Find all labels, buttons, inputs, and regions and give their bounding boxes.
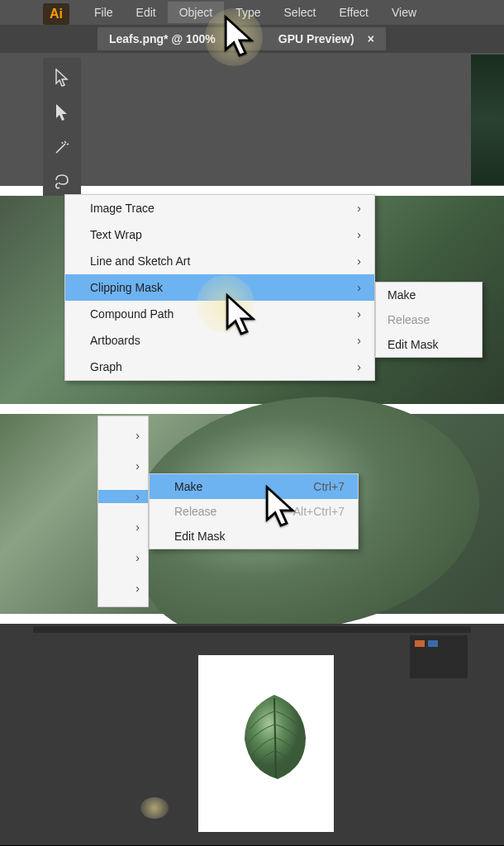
panel-2-object-menu: Image Trace› Text Wrap› Line and Sketch … bbox=[0, 196, 504, 404]
menu-type[interactable]: Type bbox=[224, 2, 272, 23]
tools-panel bbox=[43, 58, 81, 202]
panel-1-menubar: Ai File Edit Object Type Select Effect V… bbox=[0, 0, 504, 186]
panel-3-make-submenu: › › › › › › Make Ctrl+7 Release Alt+Ctrl… bbox=[0, 414, 504, 614]
menu-object[interactable]: Object bbox=[168, 2, 224, 23]
menu-select[interactable]: Select bbox=[273, 2, 328, 23]
submenu-release: Release bbox=[376, 307, 482, 332]
document-tab[interactable]: Leafs.png* @ 100% GPU Preview) × bbox=[97, 27, 386, 50]
close-icon[interactable]: × bbox=[368, 32, 374, 45]
submenu-release: Release Alt+Ctrl+7 bbox=[150, 499, 358, 524]
document-tab-bar: Leafs.png* @ 100% GPU Preview) × bbox=[0, 25, 504, 53]
lasso-tool-icon[interactable] bbox=[50, 170, 74, 193]
menu-line-sketch[interactable]: Line and Sketch Art› bbox=[65, 248, 374, 274]
direct-selection-tool-icon[interactable] bbox=[50, 101, 74, 124]
panel-4-result bbox=[0, 624, 504, 845]
doc-tab-suffix: GPU Preview) bbox=[278, 32, 354, 45]
menu-artboards[interactable]: Artboards› bbox=[65, 327, 374, 354]
highlight-glow bbox=[140, 797, 169, 819]
app-logo: Ai bbox=[43, 3, 69, 25]
chevron-right-icon: › bbox=[98, 490, 148, 503]
chevron-right-icon: › bbox=[357, 360, 361, 373]
menu-view[interactable]: View bbox=[380, 2, 428, 23]
chevron-right-icon: › bbox=[357, 334, 361, 347]
menu-graph[interactable]: Graph› bbox=[65, 354, 374, 380]
submenu-make[interactable]: Make bbox=[376, 283, 482, 307]
chevron-right-icon: › bbox=[357, 228, 361, 241]
chevron-right-icon: › bbox=[357, 202, 361, 215]
parent-menu-strip: › › › › › › bbox=[97, 416, 149, 607]
chevron-right-icon: › bbox=[357, 254, 361, 268]
clipping-mask-submenu: Make Release Edit Mask bbox=[375, 282, 483, 358]
menu-compound-path[interactable]: Compound Path› bbox=[65, 301, 374, 327]
submenu-edit-mask[interactable]: Edit Mask bbox=[150, 524, 358, 549]
canvas-edge bbox=[471, 55, 504, 185]
object-dropdown: Image Trace› Text Wrap› Line and Sketch … bbox=[64, 194, 375, 381]
shortcut-text: Ctrl+7 bbox=[313, 480, 345, 493]
menu-items: File Edit Object Type Select Effect View bbox=[83, 2, 428, 23]
chevron-right-icon: › bbox=[98, 520, 148, 534]
chevron-right-icon: › bbox=[357, 307, 361, 321]
shortcut-text: Alt+Ctrl+7 bbox=[293, 505, 345, 518]
menu-text-wrap[interactable]: Text Wrap› bbox=[65, 221, 374, 248]
chevron-right-icon: › bbox=[357, 281, 361, 294]
clipped-leaf-result bbox=[235, 692, 314, 782]
chevron-right-icon: › bbox=[98, 551, 148, 564]
chevron-right-icon: › bbox=[98, 429, 148, 442]
menu-effect[interactable]: Effect bbox=[327, 2, 380, 23]
submenu-make[interactable]: Make Ctrl+7 bbox=[150, 474, 358, 499]
chevron-right-icon: › bbox=[98, 582, 148, 595]
chevron-right-icon: › bbox=[98, 459, 148, 473]
window-chrome bbox=[33, 626, 471, 633]
clipping-mask-submenu-detail: Make Ctrl+7 Release Alt+Ctrl+7 Edit Mask bbox=[149, 473, 359, 549]
menu-clipping-mask[interactable]: Clipping Mask› bbox=[65, 274, 374, 301]
menu-image-trace[interactable]: Image Trace› bbox=[65, 195, 374, 221]
doc-tab-prefix: Leafs.png* @ 100% bbox=[109, 32, 216, 45]
magic-wand-tool-icon[interactable] bbox=[50, 135, 74, 159]
selection-tool-icon[interactable] bbox=[50, 66, 74, 89]
submenu-edit-mask[interactable]: Edit Mask bbox=[376, 332, 482, 357]
menu-edit[interactable]: Edit bbox=[125, 2, 168, 23]
swatches-panel bbox=[410, 635, 468, 678]
menubar: Ai File Edit Object Type Select Effect V… bbox=[0, 0, 504, 25]
menu-file[interactable]: File bbox=[83, 2, 125, 23]
